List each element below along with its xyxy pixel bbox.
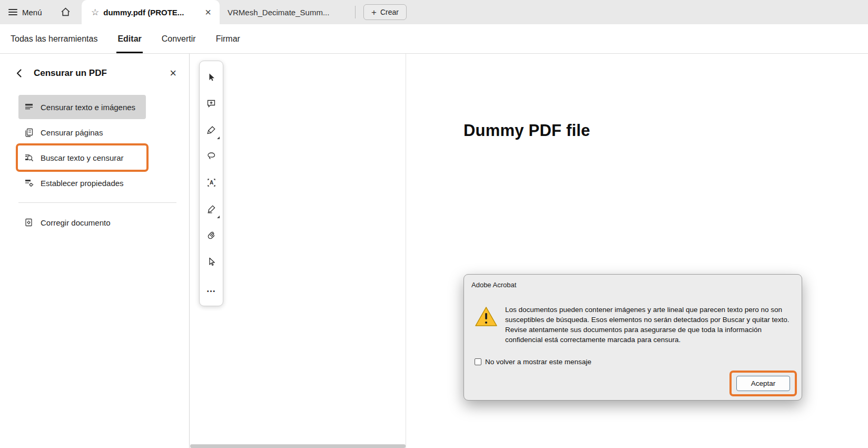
- create-label: Crear: [380, 8, 399, 16]
- menu-label: Menú: [22, 8, 42, 17]
- back-button[interactable]: [15, 67, 26, 79]
- home-button[interactable]: [60, 6, 71, 20]
- arrow-cursor-icon: [206, 257, 216, 269]
- home-icon: [60, 10, 71, 19]
- tab-label: VRMesh_Decimate_Summ...: [228, 8, 329, 17]
- sidebar-item-buscar-texto[interactable]: Buscar texto y censurar: [18, 145, 146, 170]
- lasso-icon: [206, 151, 216, 163]
- dialog-message: Los documentos pueden contener imágenes …: [505, 305, 793, 345]
- sidebar-item-label: Corregir documento: [41, 218, 111, 227]
- text-frame-tool[interactable]: A: [199, 170, 223, 197]
- nav-item-convert[interactable]: Convertir: [161, 24, 197, 53]
- redact-properties-icon: [24, 178, 34, 188]
- sidebar-item-label: Censurar páginas: [41, 128, 103, 137]
- svg-text:A: A: [209, 180, 213, 186]
- accept-button[interactable]: Aceptar: [736, 376, 790, 391]
- sidebar-close-icon[interactable]: ×: [169, 67, 177, 79]
- more-tools[interactable]: …: [199, 276, 223, 302]
- tab-close-icon[interactable]: ×: [203, 7, 213, 17]
- add-comment-tool[interactable]: [199, 91, 223, 118]
- select-tool[interactable]: [199, 65, 223, 91]
- highlighter-icon: [206, 125, 216, 137]
- adobe-acrobat-dialog: Adobe Acrobat Los documentos pueden cont…: [463, 274, 802, 401]
- sidebar-header: Censurar un PDF ×: [0, 54, 189, 79]
- fix-document-icon: [24, 218, 34, 227]
- warning-icon: [475, 306, 498, 329]
- horizontal-scrollbar[interactable]: [190, 444, 406, 448]
- sidebar-item-establecer-propiedades[interactable]: Establecer propiedades: [18, 171, 146, 195]
- attachment-tool[interactable]: [199, 223, 223, 249]
- sidebar-item-label: Buscar texto y censurar: [41, 153, 124, 162]
- plus-icon: +: [371, 8, 377, 17]
- redact-text-icon: [24, 102, 34, 112]
- star-icon[interactable]: ☆: [91, 8, 99, 17]
- sidebar-item-censurar-texto[interactable]: Censurar texto e imágenes: [18, 95, 146, 119]
- nav-item-all-tools[interactable]: Todas las herramientas: [9, 24, 98, 53]
- add-comment-icon: [206, 99, 216, 111]
- sidebar-item-label: Establecer propiedades: [41, 179, 124, 188]
- sidebar-item-corregir-documento[interactable]: Corregir documento: [18, 210, 146, 235]
- top-bar: Menú ☆ dummy.pdf (PROTE... × VRMesh_Deci…: [0, 0, 868, 24]
- hamburger-icon: [8, 7, 17, 17]
- arrow-tool[interactable]: [199, 249, 223, 276]
- select-cursor-icon: [206, 72, 216, 84]
- dont-show-again-row[interactable]: No volver a mostrar este mensaje: [475, 358, 591, 366]
- sidebar-divider: [18, 202, 176, 203]
- redact-sidebar: Censurar un PDF × Censurar texto e imáge…: [0, 54, 190, 448]
- nav-item-sign[interactable]: Firmar: [215, 24, 241, 53]
- pdf-document-title: Dummy PDF file: [463, 121, 590, 140]
- sidebar-list: Censurar texto e imágenes Censurar págin…: [0, 95, 189, 235]
- tab-separator: [355, 6, 356, 18]
- redact-pages-icon: [24, 128, 34, 137]
- redact-pen-tool[interactable]: [199, 197, 223, 223]
- more-tools-icon: …: [206, 284, 216, 295]
- dont-show-label: No volver a mostrar este mensaje: [485, 358, 591, 366]
- menu-button[interactable]: Menú: [8, 0, 42, 24]
- create-button[interactable]: + Crear: [363, 4, 407, 20]
- dont-show-checkbox[interactable]: [475, 358, 481, 365]
- sidebar-item-censurar-paginas[interactable]: Censurar páginas: [18, 120, 146, 144]
- text-frame-icon: A: [206, 178, 216, 190]
- acrobat-window: Menú ☆ dummy.pdf (PROTE... × VRMesh_Deci…: [0, 0, 868, 448]
- page-edge-line: [406, 54, 406, 448]
- tab-vrmesh[interactable]: VRMesh_Decimate_Summ...: [221, 0, 353, 24]
- nav-item-edit[interactable]: Editar: [116, 24, 142, 53]
- tab-label: dummy.pdf (PROTE...: [103, 8, 198, 17]
- sidebar-title: Censurar un PDF: [34, 68, 169, 79]
- paperclip-icon: [206, 230, 216, 242]
- lasso-tool[interactable]: [199, 144, 223, 170]
- tab-dummy-pdf[interactable]: ☆ dummy.pdf (PROTE... ×: [82, 0, 220, 24]
- accept-button-annotation: Aceptar: [736, 376, 790, 391]
- tools-nav-bar: Todas las herramientas Editar Convertir …: [0, 24, 868, 54]
- highlighter-tool[interactable]: [199, 118, 223, 144]
- dialog-title: Adobe Acrobat: [471, 281, 516, 289]
- tool-palette: A …: [199, 61, 223, 306]
- redact-pen-icon: [206, 204, 216, 216]
- sidebar-item-label: Censurar texto e imágenes: [41, 103, 135, 112]
- search-redact-icon: [24, 153, 34, 162]
